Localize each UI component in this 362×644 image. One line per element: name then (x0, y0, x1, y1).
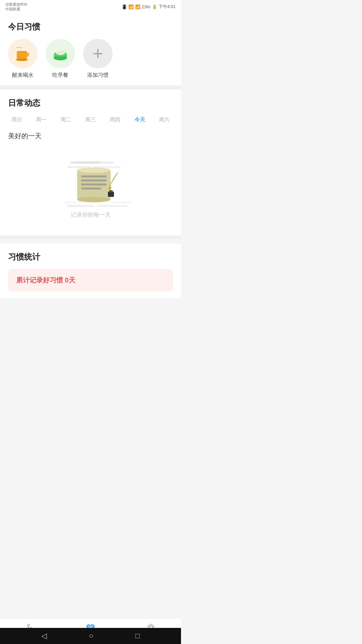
section-divider-2 (0, 235, 181, 239)
add-habit-icon-circle (83, 39, 113, 68)
weekday-thursday[interactable]: 周四 (108, 115, 122, 125)
habit-stats-title: 习惯统计 (8, 252, 173, 262)
today-habits-section: 今日习惯 ~~~ 醒来喝水 (0, 13, 181, 86)
svg-point-15 (77, 197, 111, 202)
eat-breakfast-label: 吃早餐 (52, 72, 68, 79)
habit-eat-breakfast[interactable]: 吃早餐 (46, 39, 75, 79)
svg-rect-21 (109, 190, 113, 192)
drink-water-icon-circle: ~~~ (8, 39, 38, 68)
svg-rect-25 (111, 202, 131, 203)
habit-stats-section: 习惯统计 累计记录好习惯 0天 (0, 244, 181, 298)
svg-rect-18 (81, 183, 107, 185)
svg-rect-19 (81, 187, 101, 190)
battery-percent: 23% (142, 4, 150, 9)
svg-rect-24 (64, 202, 84, 203)
svg-rect-10 (77, 161, 114, 164)
status-bar: 仅限紧急呼叫 中国联通 📳 📶 📶 23% 🔋 下午4:01 (0, 0, 181, 13)
status-carrier: 仅限紧急呼叫 中国联通 (5, 2, 27, 12)
svg-point-14 (77, 167, 111, 173)
svg-text:~~~: ~~~ (16, 46, 22, 50)
wifi-icon: 📶 (128, 4, 134, 9)
signal-icon: 📶 (135, 4, 140, 9)
weekday-sunday[interactable]: 周日 (9, 115, 24, 125)
habit-drink-water[interactable]: ~~~ 醒来喝水 (8, 39, 38, 79)
add-habit-button[interactable]: 添加习惯 (83, 39, 113, 79)
empty-state: 记录你的每一天 (8, 149, 173, 229)
daily-dynamics-title: 日常动态 (8, 98, 173, 108)
section-divider-1 (0, 86, 181, 90)
stats-card-label: 累计记录好习惯 (16, 276, 65, 284)
daily-dynamics-section: 日常动态 周日 周一 周二 周三 周四 今天 周六 美好的一天 (0, 90, 181, 235)
weekday-wednesday[interactable]: 周三 (83, 115, 98, 125)
status-right: 📳 📶 📶 23% 🔋 下午4:01 (122, 4, 176, 10)
stats-card-text: 累计记录好习惯 0天 (16, 276, 165, 285)
weekday-monday[interactable]: 周一 (34, 115, 49, 125)
drink-water-label: 醒来喝水 (12, 72, 34, 79)
empty-state-text: 记录你的每一天 (71, 211, 111, 219)
clock: 下午4:01 (159, 4, 176, 10)
stats-days-count: 0天 (65, 276, 75, 284)
empty-illustration (60, 155, 121, 206)
svg-rect-22 (67, 205, 94, 207)
add-habit-label: 添加习惯 (87, 72, 109, 79)
svg-point-6 (60, 51, 64, 53)
battery-icon: 🔋 (152, 4, 157, 9)
day-greeting: 美好的一天 (8, 131, 173, 141)
svg-rect-23 (97, 205, 127, 207)
svg-point-2 (16, 58, 28, 61)
weekday-today[interactable]: 今天 (132, 115, 147, 125)
vibrate-icon: 📳 (122, 4, 127, 9)
svg-rect-1 (17, 51, 27, 59)
weekday-saturday[interactable]: 周六 (157, 115, 172, 125)
weekday-tuesday[interactable]: 周二 (59, 115, 73, 125)
eat-breakfast-icon-circle (46, 39, 75, 68)
habits-row: ~~~ 醒来喝水 (8, 39, 173, 79)
stats-card: 累计记录好习惯 0天 (8, 269, 173, 291)
svg-rect-16 (81, 175, 107, 177)
svg-rect-17 (81, 179, 107, 181)
weekdays-row: 周日 周一 周二 周三 周四 今天 周六 (8, 115, 173, 125)
svg-point-5 (57, 52, 60, 54)
svg-rect-20 (108, 192, 114, 197)
today-habits-title: 今日习惯 (8, 21, 173, 32)
